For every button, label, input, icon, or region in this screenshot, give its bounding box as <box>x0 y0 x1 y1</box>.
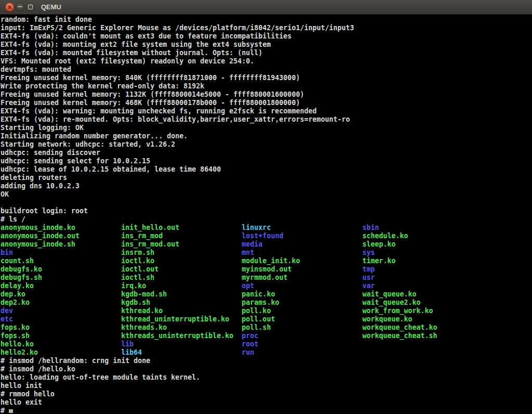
ls-entry: poll.ko <box>242 307 271 315</box>
ls-entry: lib <box>121 340 134 348</box>
terminal-line: hello exit <box>1 398 532 407</box>
ls-entry: hello2.ko <box>1 348 38 356</box>
terminal-line: delay.ko irq.ko opt var <box>1 282 532 290</box>
terminal-line: debugfs.sh ioctl.sh myrmmod.out usr <box>1 274 532 282</box>
ls-entry: ins_rm_mod <box>121 232 163 240</box>
ls-entry: kgdb.sh <box>121 299 150 306</box>
ls-entry: dep2.ko <box>1 299 30 306</box>
terminal-line: Starting logging: OK <box>1 124 532 132</box>
terminal-line: dev kthread.ko poll.ko work_from_work.ko <box>1 307 532 315</box>
terminal-line: hello: loading out-of-tree module taints… <box>1 373 532 382</box>
terminal-line: # rmmod hello <box>1 390 532 398</box>
ls-entry: work_from_work.ko <box>363 307 433 315</box>
ls-entry: fops.ko <box>1 324 30 331</box>
terminal-cursor <box>9 409 13 413</box>
terminal-line: anonymous_inode.sh ins_rm_mod.out media … <box>1 240 532 249</box>
ls-entry: ioctl.ko <box>121 257 154 265</box>
terminal-line: # <box>1 407 532 414</box>
ls-entry: dev <box>1 307 13 315</box>
ls-entry: schedule.ko <box>363 232 408 240</box>
terminal-screen[interactable]: random: fast init doneinput: ImExPS/2 Ge… <box>0 15 532 414</box>
terminal-line: deleting routers <box>1 174 532 182</box>
terminal-line <box>1 199 532 207</box>
ls-entry: etc <box>1 315 13 323</box>
terminal-line: hello init <box>1 382 532 390</box>
ls-entry: ins_rm_mod.out <box>121 240 179 248</box>
ls-entry: kgdb-mod.sh <box>121 290 167 298</box>
ls-entry: wait_queue.ko <box>363 290 417 298</box>
ls-entry: lost+found <box>242 232 283 240</box>
ls-entry: init_hello.out <box>121 224 179 231</box>
ls-entry: params.ko <box>242 299 279 306</box>
ls-entry: wait_queue2.ko <box>363 299 421 306</box>
ls-entry: module_init.ko <box>242 257 300 265</box>
close-button[interactable]: × <box>5 3 14 11</box>
terminal-line: EXT4-fs (vda): couldn't mount as ext3 du… <box>1 32 532 41</box>
terminal-line: Initializing random number generator... … <box>1 132 532 140</box>
titlebar[interactable]: × − QEMU <box>0 0 532 15</box>
qemu-window: × − QEMU random: fast init doneinput: Im… <box>0 0 532 414</box>
ls-entry: linuxrc <box>242 224 271 231</box>
ls-entry: kthreads_uninterruptible.ko <box>121 332 233 340</box>
ls-entry: anonymous_inode.out <box>1 232 79 240</box>
ls-entry: bin <box>1 249 13 256</box>
terminal-line: # ls / <box>1 215 532 224</box>
terminal-line: devtmpfs: mounted <box>1 66 532 74</box>
terminal-line: buildroot login: root <box>1 207 532 215</box>
terminal-line: Write protecting the kernel read-only da… <box>1 82 532 90</box>
ls-entry: sys <box>363 249 375 256</box>
ls-entry: kthreads.ko <box>121 324 167 331</box>
ls-entry: proc <box>242 332 258 340</box>
ls-entry: kthread.ko <box>121 307 163 315</box>
ls-entry: dep.ko <box>1 290 25 298</box>
terminal-line: Freeing unused kernel memory: 1132K (fff… <box>1 90 532 99</box>
terminal-line: bin insrm.sh mnt sys <box>1 249 532 257</box>
ls-entry: debugfs.sh <box>1 274 42 281</box>
ls-entry: poll.sh <box>242 324 271 331</box>
terminal-line: random: fast init done <box>1 16 532 24</box>
ls-entry: delay.ko <box>1 282 34 290</box>
ls-entry: myinsmod.out <box>242 265 291 273</box>
terminal-line: input: ImExPS/2 Generic Explorer Mouse a… <box>1 24 532 32</box>
ls-entry: debugfs.ko <box>1 265 42 273</box>
minimize-icon: − <box>17 3 23 11</box>
ls-entry: run <box>242 348 254 356</box>
terminal-line: adding dns 10.0.2.3 <box>1 182 532 190</box>
terminal-line: debugfs.ko ioctl.out myinsmod.out tmp <box>1 265 532 274</box>
terminal-line: count.sh ioctl.ko module_init.ko timer.k… <box>1 257 532 265</box>
maximize-icon <box>28 5 33 9</box>
terminal-line: OK <box>1 190 532 199</box>
ls-entry: anonymous_inode.ko <box>1 224 75 231</box>
terminal-line: etc kthread_uninterruptible.ko poll.out … <box>1 315 532 324</box>
ls-entry: myrmmod.out <box>242 274 287 281</box>
ls-entry: ioctl.sh <box>121 274 154 281</box>
terminal-line: VFS: Mounted root (ext2 filesystem) read… <box>1 57 532 66</box>
terminal-line: Freeing unused kernel memory: 840K (ffff… <box>1 74 532 82</box>
terminal-line: udhcpc: sending discover <box>1 149 532 157</box>
ls-entry: insrm.sh <box>121 249 154 256</box>
terminal-line: # insmod /hellrandom: crng init done <box>1 357 532 365</box>
terminal-line: anonymous_inode.out ins_rm_mod lost+foun… <box>1 232 532 240</box>
terminal-line: anonymous_inode.ko init_hello.out linuxr… <box>1 224 532 232</box>
ls-entry: tmp <box>363 265 375 273</box>
ls-entry: panic.ko <box>242 290 275 298</box>
terminal-line: udhcpc: sending select for 10.0.2.15 <box>1 157 532 165</box>
terminal-line: udhcpc: lease of 10.0.2.15 obtained, lea… <box>1 165 532 174</box>
close-icon: × <box>7 4 12 10</box>
ls-entry: workqueue_cheat.ko <box>363 324 437 331</box>
maximize-button[interactable] <box>26 3 35 11</box>
terminal-line: dep2.ko kgdb.sh params.ko wait_queue2.ko <box>1 299 532 307</box>
minimize-button[interactable]: − <box>16 3 24 11</box>
ls-entry: sleep.ko <box>363 240 396 248</box>
terminal-line: EXT4-fs (vda): mounting ext2 file system… <box>1 41 532 49</box>
ls-entry: irq.ko <box>121 282 146 290</box>
terminal-line: hello.ko lib root <box>1 340 532 348</box>
terminal-line: fops.sh kthreads_uninterruptible.ko proc… <box>1 332 532 340</box>
ls-entry: sbin <box>363 224 379 231</box>
ls-entry: workqueue.ko <box>363 315 413 323</box>
ls-entry: poll.out <box>242 315 275 323</box>
terminal-line: hello2.ko lib64 run <box>1 348 532 357</box>
terminal-line: EXT4-fs (vda): warning: mounting uncheck… <box>1 107 532 115</box>
ls-entry: opt <box>242 282 254 290</box>
terminal-line: fops.ko kthreads.ko poll.sh workqueue_ch… <box>1 324 532 332</box>
